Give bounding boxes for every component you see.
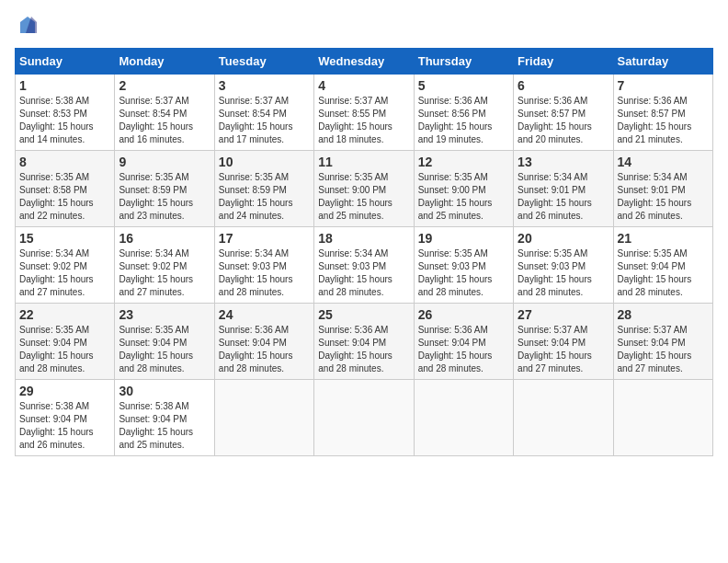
day-number: 4 [318,78,409,93]
day-info: Sunrise: 5:35 AMSunset: 8:59 PMDaylight:… [119,171,210,223]
day-cell: 15Sunrise: 5:34 AMSunset: 9:02 PMDayligh… [16,227,115,304]
day-cell: 22Sunrise: 5:35 AMSunset: 9:04 PMDayligh… [16,304,115,380]
day-number: 20 [518,231,609,246]
day-info: Sunrise: 5:34 AMSunset: 9:03 PMDaylight:… [219,247,310,299]
day-cell: 28Sunrise: 5:37 AMSunset: 9:04 PMDayligh… [613,304,712,380]
day-cell: 17Sunrise: 5:34 AMSunset: 9:03 PMDayligh… [214,227,313,304]
day-number: 10 [219,155,310,169]
day-cell: 23Sunrise: 5:35 AMSunset: 9:04 PMDayligh… [115,304,214,380]
day-info: Sunrise: 5:35 AMSunset: 9:03 PMDaylight:… [418,247,509,299]
day-info: Sunrise: 5:38 AMSunset: 8:53 PMDaylight:… [19,95,110,146]
day-info: Sunrise: 5:36 AMSunset: 9:04 PMDaylight:… [318,324,409,375]
day-cell: 26Sunrise: 5:36 AMSunset: 9:04 PMDayligh… [414,304,513,380]
day-number: 18 [318,231,409,246]
day-info: Sunrise: 5:35 AMSunset: 9:03 PMDaylight:… [518,247,609,299]
day-info: Sunrise: 5:36 AMSunset: 9:04 PMDaylight:… [219,324,310,375]
day-number: 5 [418,78,509,93]
day-info: Sunrise: 5:35 AMSunset: 9:04 PMDaylight:… [19,324,110,375]
day-cell: 6Sunrise: 5:36 AMSunset: 8:57 PMDaylight… [514,75,613,151]
week-row-4: 22Sunrise: 5:35 AMSunset: 9:04 PMDayligh… [16,304,713,380]
day-info: Sunrise: 5:35 AMSunset: 9:04 PMDaylight:… [618,247,709,299]
weekday-header-saturday: Saturday [613,49,712,75]
week-row-2: 8Sunrise: 5:35 AMSunset: 8:58 PMDaylight… [16,151,713,227]
header [15,15,713,37]
day-info: Sunrise: 5:37 AMSunset: 9:04 PMDaylight:… [618,324,709,375]
day-info: Sunrise: 5:36 AMSunset: 9:04 PMDaylight:… [418,324,509,375]
day-number: 22 [19,307,110,322]
day-cell: 9Sunrise: 5:35 AMSunset: 8:59 PMDaylight… [115,151,214,227]
day-number: 29 [19,384,110,398]
day-number: 25 [318,307,409,322]
day-info: Sunrise: 5:38 AMSunset: 9:04 PMDaylight:… [119,400,210,452]
day-cell: 29Sunrise: 5:38 AMSunset: 9:04 PMDayligh… [16,380,115,456]
day-cell: 14Sunrise: 5:34 AMSunset: 9:01 PMDayligh… [613,151,712,227]
day-cell: 13Sunrise: 5:34 AMSunset: 9:01 PMDayligh… [514,151,613,227]
day-number: 16 [119,231,210,246]
day-cell [214,380,313,456]
day-number: 11 [318,155,409,169]
day-number: 13 [518,155,609,169]
day-number: 12 [418,155,509,169]
day-number: 7 [618,78,709,93]
day-info: Sunrise: 5:37 AMSunset: 8:54 PMDaylight:… [119,95,210,146]
day-cell: 16Sunrise: 5:34 AMSunset: 9:02 PMDayligh… [115,227,214,304]
weekday-header-monday: Monday [115,49,214,75]
day-cell [314,380,414,456]
day-number: 2 [119,78,210,93]
day-cell: 12Sunrise: 5:35 AMSunset: 9:00 PMDayligh… [414,151,513,227]
day-cell: 4Sunrise: 5:37 AMSunset: 8:55 PMDaylight… [314,75,414,151]
weekday-header-row: SundayMondayTuesdayWednesdayThursdayFrid… [16,49,713,75]
day-cell: 8Sunrise: 5:35 AMSunset: 8:58 PMDaylight… [16,151,115,227]
day-info: Sunrise: 5:35 AMSunset: 8:58 PMDaylight:… [19,171,110,223]
logo [15,15,39,37]
day-cell [514,380,613,456]
day-info: Sunrise: 5:34 AMSunset: 9:03 PMDaylight:… [318,247,409,299]
day-number: 17 [219,231,310,246]
day-info: Sunrise: 5:36 AMSunset: 8:57 PMDaylight:… [618,95,709,146]
logo-icon [17,15,39,37]
day-cell: 21Sunrise: 5:35 AMSunset: 9:04 PMDayligh… [613,227,712,304]
weekday-header-thursday: Thursday [414,49,513,75]
day-info: Sunrise: 5:36 AMSunset: 8:56 PMDaylight:… [418,95,509,146]
day-cell: 30Sunrise: 5:38 AMSunset: 9:04 PMDayligh… [115,380,214,456]
day-cell: 2Sunrise: 5:37 AMSunset: 8:54 PMDaylight… [115,75,214,151]
day-info: Sunrise: 5:35 AMSunset: 9:04 PMDaylight:… [119,324,210,375]
day-cell: 11Sunrise: 5:35 AMSunset: 9:00 PMDayligh… [314,151,414,227]
day-cell: 3Sunrise: 5:37 AMSunset: 8:54 PMDaylight… [214,75,313,151]
day-cell: 24Sunrise: 5:36 AMSunset: 9:04 PMDayligh… [214,304,313,380]
day-info: Sunrise: 5:35 AMSunset: 8:59 PMDaylight:… [219,171,310,223]
day-number: 9 [119,155,210,169]
day-number: 3 [219,78,310,93]
day-info: Sunrise: 5:37 AMSunset: 9:04 PMDaylight:… [518,324,609,375]
day-number: 6 [518,78,609,93]
day-info: Sunrise: 5:34 AMSunset: 9:02 PMDaylight:… [119,247,210,299]
day-info: Sunrise: 5:37 AMSunset: 8:55 PMDaylight:… [318,95,409,146]
day-number: 24 [219,307,310,322]
day-number: 26 [418,307,509,322]
weekday-header-wednesday: Wednesday [314,49,414,75]
day-info: Sunrise: 5:35 AMSunset: 9:00 PMDaylight:… [318,171,409,223]
weekday-header-tuesday: Tuesday [214,49,313,75]
week-row-1: 1Sunrise: 5:38 AMSunset: 8:53 PMDaylight… [16,75,713,151]
day-cell: 27Sunrise: 5:37 AMSunset: 9:04 PMDayligh… [514,304,613,380]
day-number: 15 [19,231,110,246]
day-number: 23 [119,307,210,322]
day-info: Sunrise: 5:35 AMSunset: 9:00 PMDaylight:… [418,171,509,223]
day-cell: 5Sunrise: 5:36 AMSunset: 8:56 PMDaylight… [414,75,513,151]
day-info: Sunrise: 5:36 AMSunset: 8:57 PMDaylight:… [518,95,609,146]
day-number: 8 [19,155,110,169]
day-cell [613,380,712,456]
day-number: 28 [618,307,709,322]
day-info: Sunrise: 5:34 AMSunset: 9:01 PMDaylight:… [518,171,609,223]
day-info: Sunrise: 5:38 AMSunset: 9:04 PMDaylight:… [19,400,110,452]
day-number: 21 [618,231,709,246]
day-info: Sunrise: 5:34 AMSunset: 9:01 PMDaylight:… [618,171,709,223]
day-number: 27 [518,307,609,322]
day-cell: 25Sunrise: 5:36 AMSunset: 9:04 PMDayligh… [314,304,414,380]
day-cell: 7Sunrise: 5:36 AMSunset: 8:57 PMDaylight… [613,75,712,151]
day-cell: 10Sunrise: 5:35 AMSunset: 8:59 PMDayligh… [214,151,313,227]
day-cell: 19Sunrise: 5:35 AMSunset: 9:03 PMDayligh… [414,227,513,304]
week-row-5: 29Sunrise: 5:38 AMSunset: 9:04 PMDayligh… [16,380,713,456]
day-number: 19 [418,231,509,246]
day-number: 30 [119,384,210,398]
